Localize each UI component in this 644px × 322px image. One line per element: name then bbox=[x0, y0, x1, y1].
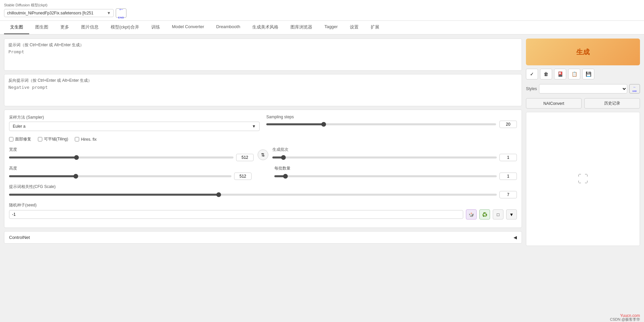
toolbar-save-button[interactable]: 💾 bbox=[582, 69, 594, 79]
cfg-slider-thumb[interactable] bbox=[216, 192, 221, 197]
tiling-checkbox-item[interactable]: 可平铺(Tiling) bbox=[38, 136, 68, 142]
end-icon: ←END bbox=[118, 6, 124, 20]
steps-slider-thumb[interactable] bbox=[321, 122, 326, 127]
width-slider-fill bbox=[9, 156, 76, 158]
tab-merge[interactable]: 模型(ckpt)合并 bbox=[105, 21, 145, 34]
hiresfix-checkbox-item[interactable]: Hires. fix bbox=[75, 137, 97, 142]
height-value-input[interactable] bbox=[234, 173, 252, 180]
hiresfix-label: Hires. fix bbox=[81, 137, 97, 142]
positive-prompt-box: 提示词（按 Ctrl+Enter 或 Alt+Enter 生成） bbox=[4, 39, 522, 71]
toolbar-check-button[interactable]: ✓ bbox=[526, 69, 538, 79]
cfg-slider[interactable] bbox=[9, 192, 497, 197]
swap-icon: ⇅ bbox=[261, 152, 265, 157]
left-column: 提示词（按 Ctrl+Enter 或 Alt+Enter 生成） 反向提示词（按… bbox=[4, 39, 522, 246]
sampler-group: 采样方法 (Sampler) Euler a ▼ bbox=[9, 115, 260, 131]
toolbar-clipboard-button[interactable]: 📋 bbox=[568, 69, 580, 79]
tab-extensions[interactable]: 扩展 bbox=[365, 21, 385, 34]
nai-convert-button[interactable]: NAIConvert bbox=[526, 98, 582, 109]
seed-btn-1[interactable]: 🎲 bbox=[466, 209, 477, 219]
width-slider[interactable] bbox=[9, 155, 233, 160]
steps-slider-container bbox=[266, 121, 517, 128]
height-batchsize-row: 高度 每批数量 bbox=[9, 166, 517, 180]
swap-dimensions-button[interactable]: ⇅ bbox=[258, 149, 268, 160]
facefix-checkbox-item[interactable]: 面部修复 bbox=[9, 136, 31, 142]
tiling-label: 可平铺(Tiling) bbox=[44, 136, 68, 142]
seed-expand-button[interactable]: ▼ bbox=[506, 209, 517, 219]
wh-batch-row: 宽度 ⇅ bbox=[9, 147, 517, 162]
height-slider[interactable] bbox=[9, 174, 231, 179]
tab-txt2img[interactable]: 文生图 bbox=[4, 21, 29, 34]
prompt-label: 提示词（按 Ctrl+Enter 或 Alt+Enter 生成） bbox=[8, 42, 518, 48]
seed-square-icon: □ bbox=[497, 212, 499, 217]
tab-tagger[interactable]: Tagger bbox=[318, 21, 344, 34]
right-column: 生成 ✓ 🗑 🎴 📋 💾 Styles ←END bbox=[526, 39, 640, 246]
batch-size-slider-thumb[interactable] bbox=[283, 174, 288, 179]
steps-value-input[interactable] bbox=[499, 121, 517, 128]
hiresfix-checkbox[interactable] bbox=[75, 137, 79, 141]
model-label: Stable Diffusion 模型(ckpt) bbox=[4, 3, 126, 8]
seed-btn-2[interactable]: ♻️ bbox=[479, 209, 490, 219]
height-slider-fill bbox=[9, 175, 76, 177]
width-value-input[interactable] bbox=[236, 154, 254, 161]
height-slider-thumb[interactable] bbox=[73, 174, 78, 179]
styles-select[interactable] bbox=[539, 84, 627, 93]
batch-size-value-input[interactable] bbox=[499, 173, 517, 180]
generate-button[interactable]: 生成 bbox=[526, 39, 640, 65]
seed-input[interactable] bbox=[9, 210, 463, 219]
facefix-label: 面部修复 bbox=[15, 136, 31, 142]
sampler-label: 采样方法 (Sampler) bbox=[9, 115, 260, 120]
seed-dice-icon: 🎲 bbox=[469, 212, 474, 217]
toolbar-card-button[interactable]: 🎴 bbox=[554, 69, 566, 79]
steps-slider[interactable] bbox=[266, 122, 496, 127]
cfg-slider-fill bbox=[9, 194, 219, 196]
main-layout: 提示词（按 Ctrl+Enter 或 Alt+Enter 生成） 反向提示词（按… bbox=[0, 35, 644, 250]
prompt-textarea[interactable] bbox=[8, 49, 518, 66]
seed-row: 🎲 ♻️ □ ▼ bbox=[9, 209, 517, 219]
tab-train[interactable]: 训练 bbox=[145, 21, 166, 34]
cfg-scale-label: 提示词相关性(CFG Scale) bbox=[9, 184, 517, 190]
batch-size-slider-bg bbox=[274, 175, 497, 177]
clipboard-icon: 📋 bbox=[572, 71, 577, 77]
facefix-checkbox[interactable] bbox=[9, 137, 13, 141]
batch-count-group: 生成批次 bbox=[272, 147, 517, 161]
model-select-row: chilloutmix_NiPrunedFp32Fix.safetensors … bbox=[4, 8, 126, 18]
tab-browser[interactable]: 图库浏览器 bbox=[284, 21, 318, 34]
model-dropdown[interactable]: chilloutmix_NiPrunedFp32Fix.safetensors … bbox=[4, 9, 114, 17]
csdn-credit: CSDN @极客李华 bbox=[610, 317, 640, 322]
sampler-arrow-icon: ▼ bbox=[252, 124, 256, 129]
styles-end-icon: ←END bbox=[633, 85, 637, 92]
batch-count-slider[interactable] bbox=[272, 155, 497, 160]
styles-end-button[interactable]: ←END bbox=[629, 84, 640, 93]
tab-dreambooth[interactable]: Dreambooth bbox=[210, 21, 247, 34]
seed-group: 随机种子(seed) 🎲 ♻️ □ ▼ bbox=[9, 202, 517, 219]
batch-size-slider[interactable] bbox=[274, 174, 497, 179]
checkboxes-row: 面部修复 可平铺(Tiling) Hires. fix bbox=[9, 136, 517, 142]
steps-label: Sampling steps bbox=[266, 115, 517, 119]
cfg-value-input[interactable] bbox=[499, 191, 517, 198]
tab-imginfo[interactable]: 图片信息 bbox=[75, 21, 105, 34]
sampler-dropdown[interactable]: Euler a ▼ bbox=[9, 122, 260, 131]
seed-btn-3[interactable]: □ bbox=[493, 209, 503, 219]
check-icon: ✓ bbox=[530, 71, 534, 77]
negative-prompt-label: 反向提示词（按 Ctrl+Enter 或 Alt+Enter 生成） bbox=[8, 78, 518, 83]
tab-more[interactable]: 更多 bbox=[54, 21, 75, 34]
width-slider-thumb[interactable] bbox=[74, 155, 79, 160]
tab-img2img[interactable]: 图生图 bbox=[29, 21, 54, 34]
toolbar-trash-button[interactable]: 🗑 bbox=[540, 69, 552, 79]
save-icon: 💾 bbox=[586, 71, 591, 77]
sampler-value: Euler a bbox=[13, 124, 25, 129]
negative-prompt-textarea[interactable] bbox=[8, 85, 518, 102]
tab-settings[interactable]: 设置 bbox=[344, 21, 365, 34]
controlnet-label: ControlNet bbox=[9, 235, 30, 240]
controlnet-bar[interactable]: ControlNet ◀ bbox=[4, 231, 522, 244]
batch-count-value-input[interactable] bbox=[499, 154, 517, 161]
tiling-checkbox[interactable] bbox=[38, 137, 42, 141]
batch-size-group: 每批数量 bbox=[274, 166, 517, 180]
end-button[interactable]: ←END bbox=[116, 8, 126, 18]
batch-count-slider-thumb[interactable] bbox=[281, 155, 286, 160]
sampler-row: 采样方法 (Sampler) Euler a ▼ Sampling steps bbox=[9, 115, 517, 131]
history-button[interactable]: 历史记录 bbox=[584, 98, 640, 109]
height-label: 高度 bbox=[9, 166, 252, 171]
tab-style[interactable]: 生成美术风格 bbox=[246, 21, 284, 34]
tab-converter[interactable]: Model Converter bbox=[166, 21, 210, 34]
